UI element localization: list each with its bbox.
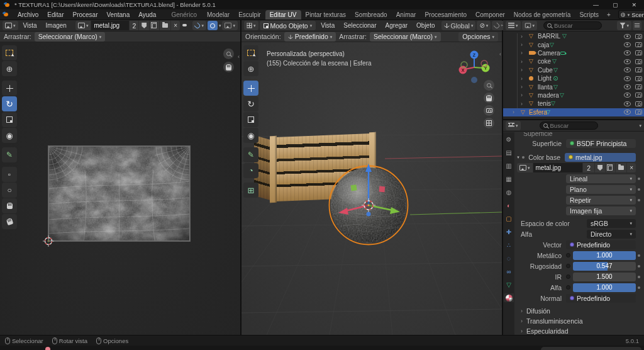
hide-eye-icon[interactable]: [624, 110, 631, 115]
vp-menu-agregar[interactable]: Agregar: [381, 22, 411, 29]
tab-material[interactable]: [504, 293, 514, 302]
menu-archivo[interactable]: Archivo: [13, 11, 43, 19]
disable-render-icon[interactable]: [635, 110, 642, 115]
vp-drag-mode-dropdown[interactable]: Seleccionar (Marco)▾: [370, 32, 440, 42]
mode-dropdown[interactable]: Modo Objeto▾: [260, 21, 316, 30]
alpha-slider[interactable]: 1.000: [573, 283, 636, 292]
image-name-field[interactable]: [91, 21, 129, 30]
object-name[interactable]: Light: [538, 75, 552, 82]
decorator-dot[interactable]: [638, 254, 640, 257]
disable-render-icon[interactable]: [635, 67, 642, 72]
open-image-button[interactable]: [160, 21, 170, 30]
hide-eye-icon[interactable]: [624, 50, 631, 55]
zoom-button[interactable]: [484, 80, 494, 91]
editor-type-button[interactable]: ▾: [244, 21, 258, 30]
disable-render-icon[interactable]: [635, 59, 642, 64]
hide-eye-icon[interactable]: [624, 34, 631, 39]
tab-object[interactable]: ▢: [504, 214, 514, 223]
tool-move[interactable]: [243, 81, 258, 96]
tab-modelar[interactable]: Modelar: [203, 10, 234, 20]
fake-user-button[interactable]: [139, 21, 149, 30]
alpha-mode-dropdown[interactable]: Directo▾: [587, 230, 636, 239]
outliner-row-tenis[interactable]: ›▽tenis▽: [503, 99, 644, 108]
image-browse-button[interactable]: ▾: [517, 163, 533, 172]
decorator-dot[interactable]: [638, 276, 640, 278]
hide-eye-icon[interactable]: [624, 42, 631, 47]
tool-select-box[interactable]: [2, 45, 17, 60]
disable-render-icon[interactable]: [635, 76, 642, 81]
expand-icon[interactable]: ›: [521, 42, 523, 48]
duplicate-image-button[interactable]: [150, 21, 159, 30]
unlink-image-button[interactable]: ×: [171, 21, 180, 30]
add-workspace-button[interactable]: +: [603, 11, 614, 18]
orbit-ball[interactable]: [471, 77, 477, 83]
menu-editar[interactable]: Editar: [43, 11, 68, 19]
proportional-editing-toggle[interactable]: [208, 21, 218, 30]
tool-scale[interactable]: [2, 112, 17, 127]
expand-icon[interactable]: ›: [521, 92, 523, 98]
interpolation-dropdown[interactable]: Lineal▾: [566, 174, 636, 183]
scene-name[interactable]: Scene: [631, 11, 644, 18]
tab-render[interactable]: ▤: [504, 148, 514, 157]
image-users-button[interactable]: 2: [583, 163, 594, 172]
object-name[interactable]: caja: [538, 42, 549, 48]
projection-dropdown[interactable]: Plano▾: [566, 185, 636, 194]
properties-search-input[interactable]: [550, 122, 594, 129]
fake-user-button[interactable]: [595, 163, 605, 172]
properties-options-chevron[interactable]: ▾: [639, 123, 641, 128]
decorator-dot[interactable]: [638, 286, 640, 289]
image-name-input[interactable]: [536, 164, 580, 171]
outliner-search[interactable]: [543, 21, 602, 30]
expand-icon[interactable]: ›: [521, 84, 523, 90]
tool-grab[interactable]: [2, 198, 17, 213]
outliner-search-input[interactable]: [554, 22, 598, 29]
blender-menu-icon[interactable]: [3, 12, 9, 17]
region-collapse-arrow[interactable]: ‹: [238, 54, 240, 60]
object-name[interactable]: coke: [538, 58, 551, 65]
object-name[interactable]: Esfera: [529, 109, 547, 116]
move-gizmo[interactable]: [312, 159, 425, 234]
source-dropdown[interactable]: Imagen fija▾: [566, 206, 636, 215]
uv-drag-mode-dropdown[interactable]: Seleccionar (Marco)▾: [35, 32, 105, 42]
expand-icon[interactable]: ›: [521, 59, 523, 65]
tab-world[interactable]: ◐: [504, 201, 514, 210]
hide-eye-icon[interactable]: [624, 84, 631, 89]
disable-render-icon[interactable]: [635, 50, 642, 55]
collapse-chevron-icon[interactable]: ▾: [514, 155, 522, 159]
hide-eye-icon[interactable]: [624, 67, 631, 72]
tab-particles[interactable]: ∴: [504, 240, 514, 249]
expand-icon[interactable]: ›: [513, 109, 514, 115]
socket-knob-icon[interactable]: [566, 274, 570, 279]
colorspace-dropdown[interactable]: sRGB▾: [587, 219, 636, 228]
taskbar-app-icon[interactable]: [45, 347, 50, 350]
object-name[interactable]: Cube: [538, 67, 553, 74]
tab-object-data[interactable]: ▽: [504, 280, 514, 289]
image-users-button[interactable]: 2: [130, 21, 138, 30]
tab-sombreado[interactable]: Sombreado: [350, 10, 392, 20]
object-name[interactable]: BARRIL: [538, 33, 560, 40]
tool-select-box[interactable]: [243, 45, 258, 60]
decorator-dot[interactable]: [638, 199, 640, 201]
image-browse-button[interactable]: ▾: [75, 21, 91, 30]
taskbar-search-pill[interactable]: [541, 347, 641, 350]
expand-icon[interactable]: ›: [521, 76, 523, 82]
vp-menu-objeto[interactable]: Objeto: [413, 22, 438, 29]
outliner-row-camera[interactable]: ›Camera: [503, 49, 644, 57]
disable-render-icon[interactable]: [635, 42, 642, 47]
uv-menu-vista[interactable]: Vista: [19, 22, 41, 29]
vp-menu-vista[interactable]: Vista: [317, 22, 338, 29]
disable-render-icon[interactable]: [635, 101, 642, 106]
outliner-row-cube[interactable]: ›▽Cube▽: [503, 66, 644, 74]
hide-eye-icon[interactable]: [624, 101, 631, 106]
tab-tool[interactable]: ⚙: [504, 135, 514, 144]
properties-search[interactable]: [540, 121, 598, 130]
hide-eye-icon[interactable]: [624, 93, 631, 98]
tool-move[interactable]: [2, 81, 17, 96]
filter-button[interactable]: ▾: [617, 21, 631, 30]
editor-type-button[interactable]: ▾: [506, 121, 521, 130]
ior-slider[interactable]: 1.500: [573, 273, 636, 281]
outliner-row-esfera-selected[interactable]: ›▽Esfera▽: [503, 108, 644, 116]
editor-type-button[interactable]: ▾: [506, 21, 521, 30]
extension-dropdown[interactable]: Repetir▾: [566, 196, 636, 205]
expand-icon[interactable]: ›: [521, 67, 523, 73]
